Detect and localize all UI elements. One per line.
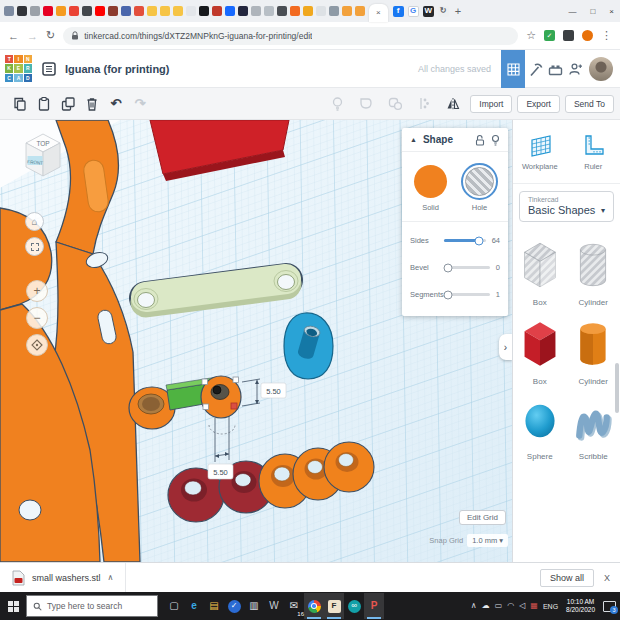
tab-favicon[interactable] xyxy=(342,6,352,16)
duplicate-icon[interactable] xyxy=(56,96,80,112)
taskbar-app-app-f[interactable]: F xyxy=(324,593,344,619)
scale-handle[interactable] xyxy=(233,377,239,383)
tray-icon[interactable]: ◠ xyxy=(507,602,514,610)
home-view-button[interactable]: ⌂ xyxy=(25,212,44,231)
window-minimize-button[interactable]: — xyxy=(568,7,576,16)
tab-favicon[interactable] xyxy=(147,6,157,16)
action-center-icon[interactable]: 3 xyxy=(603,601,616,612)
tab-favicon[interactable] xyxy=(82,6,92,16)
height-handle[interactable] xyxy=(231,403,237,409)
lock-open-icon[interactable] xyxy=(475,134,485,146)
tab-favicon[interactable] xyxy=(30,6,40,16)
shape-item-red-box[interactable]: Box xyxy=(513,316,567,386)
download-caret-icon[interactable]: ∧ xyxy=(108,573,114,582)
slider-handle[interactable] xyxy=(443,263,452,272)
tab-favicon[interactable] xyxy=(329,6,339,16)
sidebar-scrollbar[interactable] xyxy=(615,363,619,413)
taskbar-app-app-p[interactable]: P xyxy=(364,593,384,619)
tinkercad-logo[interactable]: TINKERCAD xyxy=(5,55,32,82)
shape-item-sphere[interactable]: Sphere xyxy=(513,395,567,461)
tab-favicon[interactable] xyxy=(95,6,105,16)
taskbar-app-edge[interactable]: e xyxy=(184,593,204,619)
slider-value[interactable]: 1 xyxy=(496,290,500,299)
shape-item-orange-cylinder[interactable]: Cylinder xyxy=(567,316,620,386)
active-tab[interactable]: × xyxy=(369,4,388,22)
slider-value[interactable]: 0 xyxy=(496,263,500,272)
view-cube[interactable]: TOP FRONT xyxy=(22,128,64,182)
taskbar-app-file-explorer[interactable]: ▤ xyxy=(204,593,224,619)
tab-favicon[interactable] xyxy=(251,6,261,16)
back-button[interactable]: ← xyxy=(8,30,19,42)
taskbar-app-mail[interactable]: ✉16 xyxy=(284,593,304,619)
ungroup-icon[interactable] xyxy=(383,96,407,111)
extension-check-icon[interactable]: ✓ xyxy=(544,30,555,41)
blue-dome-shape[interactable] xyxy=(284,313,333,379)
window-maximize-button[interactable]: □ xyxy=(590,7,595,16)
minecraft-pickaxe-icon[interactable] xyxy=(525,62,545,77)
tab-favicon[interactable] xyxy=(121,6,131,16)
tab-favicon[interactable] xyxy=(264,6,274,16)
fit-view-button[interactable] xyxy=(25,237,44,256)
language-indicator[interactable]: ENG xyxy=(543,603,558,610)
slider-handle[interactable] xyxy=(475,236,484,245)
tab-favicon[interactable] xyxy=(199,6,209,16)
taskbar-app-app-teal[interactable]: ∞ xyxy=(344,593,364,619)
scale-handle[interactable] xyxy=(202,379,208,385)
window-close-button[interactable]: × xyxy=(609,7,614,16)
view-cube-top-label[interactable]: TOP xyxy=(36,140,49,147)
invite-person-icon[interactable] xyxy=(565,62,585,76)
paste-icon[interactable] xyxy=(32,96,56,112)
tab-favicon[interactable] xyxy=(225,6,235,16)
new-tab-button[interactable]: + xyxy=(455,5,461,17)
tab-close-icon[interactable]: × xyxy=(376,9,381,17)
segments-slider[interactable] xyxy=(446,293,490,296)
zoom-in-button[interactable]: + xyxy=(26,280,48,302)
solid-option[interactable]: Solid xyxy=(414,165,447,212)
download-bar-close-button[interactable]: X xyxy=(604,573,610,583)
user-avatar[interactable] xyxy=(589,57,613,81)
zoom-out-button[interactable]: − xyxy=(26,307,48,329)
taskbar-search-input[interactable]: Type here to search xyxy=(26,595,158,617)
hole-option[interactable]: Hole xyxy=(463,165,496,212)
download-filename[interactable]: small washers.stl xyxy=(32,573,101,583)
undo-icon[interactable]: ↶ xyxy=(104,96,128,111)
dimension-right-value[interactable]: 5.50 xyxy=(266,387,281,396)
tab-favicon[interactable] xyxy=(69,6,79,16)
tray-icon[interactable]: ▦ xyxy=(530,602,538,610)
slider-handle[interactable] xyxy=(443,290,452,299)
tab-favicon[interactable] xyxy=(186,6,196,16)
taskbar-app-alienware[interactable]: W xyxy=(264,593,284,619)
reload-button[interactable]: ↻ xyxy=(46,29,55,42)
tab-favicon[interactable] xyxy=(316,6,326,16)
viewport-3d[interactable]: 5.50 5.50 TOP FRONT xyxy=(0,120,512,562)
blocks-view-button[interactable] xyxy=(501,50,525,88)
panel-collapse-button[interactable]: › xyxy=(499,334,512,360)
tab-favicon[interactable] xyxy=(108,6,118,16)
taskbar-app-task-view[interactable]: ▢ xyxy=(164,593,184,619)
export-button[interactable]: Export xyxy=(517,95,560,113)
scale-handle[interactable] xyxy=(203,404,209,410)
taskbar-app-app-check[interactable]: ✓ xyxy=(224,593,244,619)
show-all-downloads-button[interactable]: Show all xyxy=(540,569,594,587)
brick-icon[interactable] xyxy=(545,63,565,76)
shape-item-hole-cylinder[interactable]: Cylinder xyxy=(567,237,620,307)
tab-favicon[interactable] xyxy=(17,6,27,16)
tab-favicon[interactable]: W xyxy=(423,6,434,17)
tab-favicon[interactable] xyxy=(212,6,222,16)
show-all-lightbulb-icon[interactable] xyxy=(325,96,349,112)
copy-icon[interactable] xyxy=(8,96,32,112)
tab-favicon[interactable]: f xyxy=(393,6,404,17)
tab-favicon[interactable] xyxy=(355,6,365,16)
address-bar[interactable]: tinkercad.com/things/dXTZ2MNPknG-iguana-… xyxy=(63,27,518,45)
tray-icon[interactable]: ◁ xyxy=(519,602,525,610)
design-menu-icon[interactable] xyxy=(41,61,57,77)
tab-favicon[interactable] xyxy=(238,6,248,16)
delete-icon[interactable] xyxy=(80,96,104,112)
tab-favicon[interactable] xyxy=(290,6,300,16)
taskbar-app-store[interactable]: ▥ xyxy=(244,593,264,619)
send-to-button[interactable]: Send To xyxy=(565,95,614,113)
ruler-tool[interactable]: Ruler xyxy=(567,120,620,183)
edit-grid-button[interactable]: Edit Grid xyxy=(459,510,506,525)
forward-button[interactable]: → xyxy=(27,30,38,42)
center-handle[interactable] xyxy=(213,386,221,394)
